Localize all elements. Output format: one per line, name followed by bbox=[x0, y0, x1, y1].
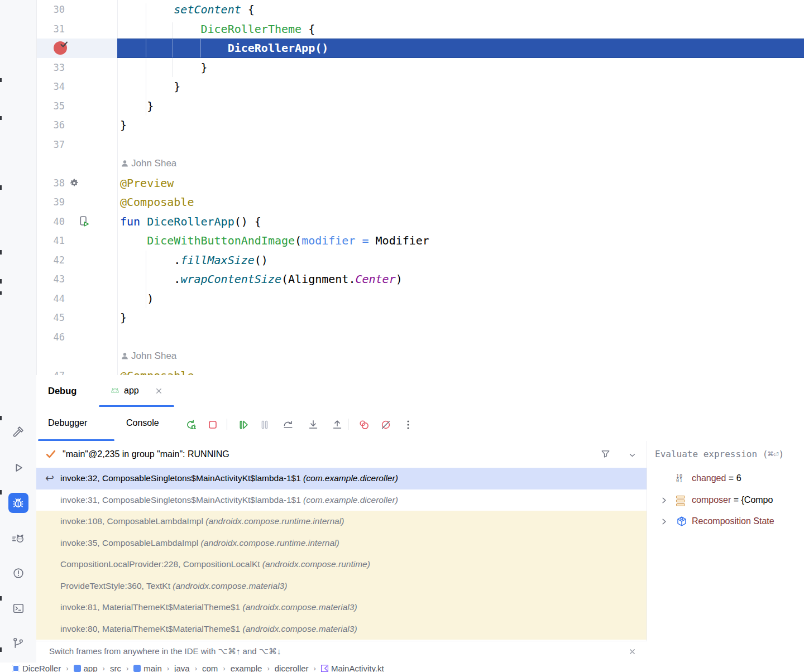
line-number[interactable]: 42 bbox=[36, 251, 65, 270]
stack-frame-row[interactable]: invoke:80, MaterialThemeKt$MaterialTheme… bbox=[36, 618, 647, 640]
code-line[interactable]: 33 } bbox=[36, 58, 804, 78]
ide-window: 30 setContent {31 DiceRollerTheme { Dice… bbox=[0, 0, 804, 672]
code-text: } bbox=[120, 116, 127, 135]
code-line[interactable]: 37 bbox=[36, 135, 804, 155]
line-number[interactable]: 33 bbox=[36, 58, 65, 78]
stripe-problems-icon[interactable] bbox=[8, 563, 28, 583]
variable-row[interactable]: Recomposition State bbox=[647, 511, 804, 532]
preview-run-icon[interactable] bbox=[78, 215, 90, 227]
stack-frame-row[interactable]: invoke:35, ComposableLambdaImpl (android… bbox=[36, 532, 647, 554]
code-text: DiceRollerTheme { bbox=[120, 20, 315, 39]
stripe-version-control-icon[interactable] bbox=[8, 633, 28, 653]
stack-frame-row[interactable]: invoke:81, MaterialThemeKt$MaterialTheme… bbox=[36, 597, 647, 618]
close-icon[interactable] bbox=[155, 387, 163, 395]
breadcrumb-item[interactable]: MainActivity.kt bbox=[321, 663, 384, 672]
breadcrumb-item[interactable]: src bbox=[110, 663, 121, 672]
tab-console[interactable]: Console bbox=[126, 407, 159, 439]
code-line[interactable]: 35 } bbox=[36, 97, 804, 116]
code-line[interactable]: 47@Composable bbox=[36, 366, 804, 376]
frame-text: invoke:80, MaterialThemeKt$MaterialTheme… bbox=[60, 618, 357, 640]
code-line[interactable]: 43 .wrapContentSize(Alignment.Center) bbox=[36, 270, 804, 289]
breadcrumb-separator: › bbox=[103, 663, 105, 672]
breadcrumb-item[interactable]: main bbox=[133, 663, 162, 672]
session-tab-app[interactable]: app bbox=[124, 375, 139, 406]
code-editor[interactable]: 30 setContent {31 DiceRollerTheme { Dice… bbox=[36, 0, 804, 375]
breadcrumb: DiceRoller›app›src›main›java›com›example… bbox=[0, 663, 804, 672]
stripe-run-icon[interactable] bbox=[8, 458, 28, 478]
breakpoint-icon[interactable] bbox=[54, 41, 67, 55]
step-out-icon[interactable] bbox=[331, 418, 344, 431]
breadcrumb-item[interactable]: DiceRoller bbox=[12, 663, 61, 672]
evaluate-expression-field[interactable]: Evaluate expression (⌘⏎) bbox=[647, 441, 804, 468]
stack-frame-row[interactable]: invoke:108, ComposableLambdaImpl (androi… bbox=[36, 511, 647, 532]
line-number[interactable]: 40 bbox=[36, 212, 65, 232]
line-number[interactable]: 43 bbox=[36, 270, 65, 289]
line-number[interactable]: 36 bbox=[36, 116, 65, 135]
breadcrumb-item[interactable]: com bbox=[202, 663, 218, 672]
thread-status-text[interactable]: "main"@2,235 in group "main": RUNNING bbox=[63, 441, 229, 468]
line-number[interactable]: 34 bbox=[36, 77, 65, 97]
breadcrumb-item[interactable]: app bbox=[74, 663, 98, 672]
line-number[interactable]: 31 bbox=[36, 20, 65, 39]
code-line[interactable]: 38@Preview bbox=[36, 174, 804, 193]
stack-frame-row[interactable]: CompositionLocalProvider:228, Compositio… bbox=[36, 554, 647, 575]
line-number[interactable]: 47 bbox=[36, 366, 65, 376]
code-text: .wrapContentSize(Alignment.Center) bbox=[120, 270, 403, 289]
tab-debugger[interactable]: Debugger bbox=[48, 407, 87, 439]
mute-breakpoints-icon[interactable] bbox=[379, 418, 393, 431]
stripe-logcat-icon[interactable] bbox=[8, 529, 28, 549]
resume-icon[interactable] bbox=[237, 418, 250, 431]
expand-chevron-icon[interactable] bbox=[661, 497, 668, 504]
step-into-icon[interactable] bbox=[307, 418, 320, 431]
module-icon bbox=[12, 665, 20, 672]
code-line[interactable]: 40fun DiceRollerApp() { bbox=[36, 212, 804, 232]
stack-frame-row[interactable]: ↩invoke:32, ComposableSingletons$MainAct… bbox=[36, 468, 647, 489]
chevron-down-icon[interactable] bbox=[628, 451, 636, 459]
code-line[interactable]: 46 bbox=[36, 328, 804, 347]
window-edge-artifact bbox=[0, 596, 2, 601]
code-line[interactable]: 30 setContent { bbox=[36, 0, 804, 20]
window-edge-artifact bbox=[0, 416, 2, 420]
code-line[interactable]: 42 .fillMaxSize() bbox=[36, 251, 804, 270]
line-number[interactable]: 38 bbox=[36, 174, 65, 193]
view-breakpoints-icon[interactable] bbox=[357, 418, 371, 431]
window-edge-artifact bbox=[0, 291, 2, 295]
code-line[interactable]: DiceRollerApp() bbox=[36, 39, 804, 58]
stop-icon[interactable] bbox=[206, 418, 219, 431]
code-text: DiceWithButtonAndImage(modifier = Modifi… bbox=[120, 231, 429, 251]
pause-icon[interactable] bbox=[258, 418, 271, 431]
line-number[interactable]: 37 bbox=[36, 135, 65, 155]
code-line[interactable]: 45} bbox=[36, 308, 804, 328]
expand-chevron-icon[interactable] bbox=[661, 518, 668, 525]
breadcrumb-item[interactable]: java bbox=[174, 663, 190, 672]
rerun-icon[interactable] bbox=[184, 418, 198, 431]
code-line[interactable]: 41 DiceWithButtonAndImage(modifier = Mod… bbox=[36, 231, 804, 251]
stripe-debug-icon[interactable] bbox=[8, 493, 28, 513]
more-icon[interactable] bbox=[401, 418, 415, 431]
code-line[interactable]: 44 ) bbox=[36, 289, 804, 309]
code-line[interactable]: 31 DiceRollerTheme { bbox=[36, 20, 804, 39]
code-line[interactable]: 36} bbox=[36, 116, 804, 135]
breadcrumb-item[interactable]: diceroller bbox=[275, 663, 309, 672]
code-line[interactable]: 39@Composable bbox=[36, 193, 804, 212]
line-number[interactable]: 44 bbox=[36, 289, 65, 309]
filter-icon[interactable] bbox=[600, 449, 611, 459]
gear-icon[interactable] bbox=[69, 178, 79, 188]
stack-frame-row[interactable]: invoke:31, ComposableSingletons$MainActi… bbox=[36, 489, 647, 511]
line-number[interactable]: 41 bbox=[36, 231, 65, 251]
step-over-icon[interactable] bbox=[281, 418, 295, 431]
code-line[interactable]: 34 } bbox=[36, 77, 804, 97]
hint-close-icon[interactable] bbox=[628, 647, 636, 656]
line-number[interactable]: 45 bbox=[36, 308, 65, 328]
variable-row[interactable]: composer = {Compo bbox=[647, 489, 804, 511]
stack-frame-row[interactable]: ProvideTextStyle:360, TextKt (androidx.c… bbox=[36, 575, 647, 597]
variable-row[interactable]: 1001changed = 6 bbox=[647, 468, 804, 489]
stripe-terminal-icon[interactable] bbox=[8, 598, 28, 618]
breadcrumb-item[interactable]: example bbox=[231, 663, 262, 672]
line-number[interactable]: 35 bbox=[36, 97, 65, 116]
line-number[interactable]: 30 bbox=[36, 0, 65, 20]
line-number[interactable]: 46 bbox=[36, 328, 65, 347]
line-number[interactable]: 39 bbox=[36, 193, 65, 212]
stripe-build-icon[interactable] bbox=[8, 421, 28, 441]
variable-text: Recomposition State bbox=[692, 511, 774, 532]
